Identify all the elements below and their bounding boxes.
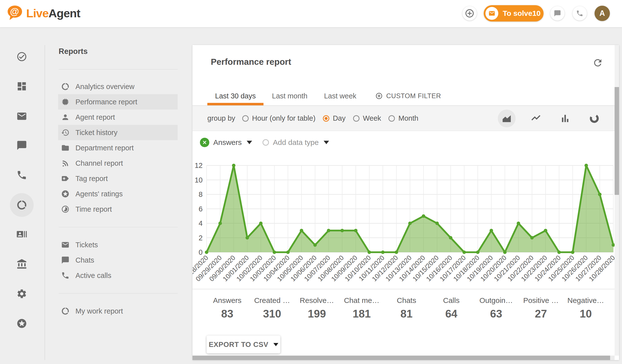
menu-item-performance-report[interactable]: Performance report: [58, 94, 178, 110]
svg-text:6: 6: [199, 205, 203, 213]
menu-item-label: Performance report: [75, 98, 137, 106]
area-chart-type-button[interactable]: [498, 110, 516, 127]
group-by-option-week[interactable]: Week: [353, 114, 381, 122]
rail-item-tickets-resolve[interactable]: [16, 51, 27, 62]
option-label: Month: [398, 114, 418, 122]
group-by-option-month[interactable]: Month: [388, 114, 418, 122]
menu-item-active-calls[interactable]: Active calls: [58, 268, 178, 283]
group-by-option-hour[interactable]: Hour (only for table): [242, 114, 315, 122]
tab-last-month[interactable]: Last month: [263, 92, 316, 100]
svg-text:4: 4: [199, 219, 203, 227]
phone-icon: [61, 271, 70, 280]
radio-icon: [388, 115, 395, 122]
chats-header-button[interactable]: [550, 6, 565, 21]
menu-item-my-work-report[interactable]: My work report: [58, 303, 178, 319]
stat-label: Outgoin…: [474, 296, 519, 305]
menu-item-ticket-history[interactable]: Ticket history: [58, 125, 178, 140]
menu-divider: [59, 69, 178, 69]
donut-chart-icon: [61, 307, 70, 315]
line-chart-type-button[interactable]: [527, 110, 545, 127]
bank-building-icon: [16, 259, 27, 270]
rail-item-tickets[interactable]: [16, 111, 27, 122]
rail-item-reports[interactable]: [16, 200, 27, 210]
menu-item-department-report[interactable]: Department report: [58, 140, 178, 156]
refresh-button[interactable]: [592, 57, 603, 68]
stat-value: 310: [250, 308, 294, 320]
rail-item-chats[interactable]: [16, 140, 27, 151]
area-chart-icon: [501, 113, 512, 124]
to-solve-envelope-badge: [485, 7, 498, 20]
logo-bubble-icon: @: [6, 4, 24, 22]
donut-chart-type-button[interactable]: [585, 110, 603, 127]
menu-item-label: Agents' ratings: [75, 190, 123, 198]
stat-value: 181: [339, 308, 384, 320]
folder-icon: [61, 144, 70, 152]
stat-label: Calls: [429, 296, 474, 305]
custom-filter-button[interactable]: CUSTOM FILTER: [375, 92, 441, 100]
svg-text:12: 12: [195, 161, 203, 169]
menu-item-label: Time report: [75, 205, 112, 213]
tag-icon: [61, 174, 70, 183]
menu-item-label: Chats: [75, 256, 94, 264]
rail-item-dashboard[interactable]: [16, 81, 27, 92]
liveagent-logo[interactable]: @ LiveAgent: [6, 4, 80, 22]
bar-chart-type-button[interactable]: [556, 110, 574, 127]
refresh-icon: [592, 57, 603, 68]
chevron-down-icon[interactable]: [324, 141, 329, 144]
menu-item-channel-report[interactable]: Channel report: [58, 156, 178, 171]
bar-chart-icon: [560, 113, 571, 124]
calls-header-button[interactable]: [573, 6, 587, 21]
horizontal-scrollbar-thumb[interactable]: [192, 356, 610, 360]
menu-divider: [59, 293, 178, 294]
vertical-scrollbar[interactable]: [615, 45, 619, 356]
star-circle-icon: [61, 190, 70, 198]
menu-item-chats[interactable]: Chats: [58, 252, 178, 268]
rail-item-getting-started[interactable]: [16, 318, 27, 329]
group-by-label: group by: [207, 114, 235, 122]
to-solve-label: To solve: [503, 9, 532, 18]
rail-item-contacts[interactable]: [16, 229, 27, 240]
rail-item-calls[interactable]: [16, 170, 27, 181]
menu-item-tag-report[interactable]: Tag report: [58, 171, 178, 186]
menu-item-agent-report[interactable]: Agent report: [58, 110, 178, 125]
svg-text:@: @: [10, 6, 19, 17]
group-by-option-day[interactable]: Day: [323, 114, 346, 122]
page-title: Performance report: [211, 57, 291, 67]
stat-created: Created …310: [250, 296, 294, 320]
add-data-type-label[interactable]: Add data type: [273, 138, 319, 147]
menu-item-time-report[interactable]: Time report: [58, 202, 178, 217]
menu-item-label: Active calls: [75, 272, 111, 280]
add-new-button[interactable]: [462, 6, 477, 21]
stat-value: 27: [519, 308, 563, 320]
chevron-down-icon[interactable]: [247, 141, 252, 144]
rail-item-customer-portal[interactable]: [16, 259, 27, 270]
to-solve-button[interactable]: To solve 10: [484, 5, 544, 22]
export-to-csv-button[interactable]: EXPORT TO CSV: [207, 336, 280, 353]
donut-chart-icon: [16, 200, 27, 210]
stat-label: Positive …: [519, 296, 563, 305]
tab-last-week[interactable]: Last week: [316, 92, 364, 100]
tab-last-30-days[interactable]: Last 30 days: [207, 92, 263, 100]
menu-item-agents-ratings[interactable]: Agents' ratings: [58, 186, 178, 202]
vertical-scrollbar-thumb[interactable]: [615, 87, 619, 195]
data-series-bar: Answers Add data type: [192, 131, 619, 154]
add-data-type-radio[interactable]: [263, 139, 269, 146]
rail-item-settings[interactable]: [16, 288, 27, 299]
chat-bubble-icon: [61, 256, 70, 264]
reports-menu: Reports Analytics overview Performance r…: [45, 45, 179, 360]
remove-answers-series-button[interactable]: [200, 138, 209, 147]
close-icon: [202, 140, 207, 145]
stat-value: 83: [205, 308, 250, 320]
stat-label: Resolve…: [294, 296, 339, 305]
to-solve-count: 10: [532, 9, 540, 18]
menu-item-tickets[interactable]: Tickets: [58, 237, 178, 252]
dashboard-icon: [16, 81, 27, 92]
history-clock-icon: [61, 128, 70, 137]
option-label: Hour (only for table): [252, 114, 315, 122]
menu-item-analytics-overview[interactable]: Analytics overview: [58, 79, 178, 94]
gear-icon: [16, 288, 27, 299]
menu-item-label: Ticket history: [75, 129, 118, 137]
user-avatar[interactable]: A: [595, 6, 610, 21]
donut-chart-icon: [61, 82, 70, 91]
horizontal-scrollbar[interactable]: [192, 356, 619, 360]
